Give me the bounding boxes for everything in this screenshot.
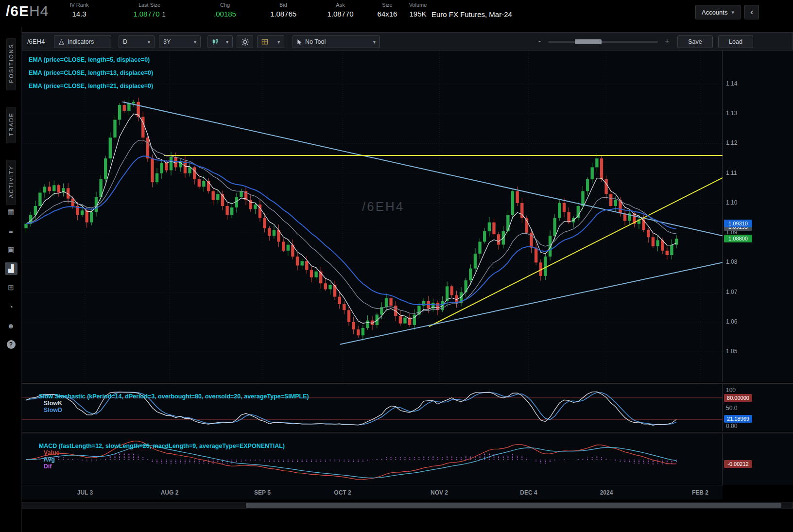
indicators-button[interactable]: Indicators	[54, 35, 111, 48]
price-tick: 1.06	[726, 318, 737, 325]
macd-badge: -0.00212	[724, 460, 752, 468]
quote-field-size: Size 64x16	[371, 2, 404, 18]
history-icon[interactable]: ◔	[5, 300, 17, 313]
ema13-study-label[interactable]: EMA (price=CLOSE, length=13, displace=0)	[29, 67, 153, 80]
time-axis-label: JUL 3	[70, 489, 100, 496]
quote-field-chg: Chg .00185	[203, 2, 247, 18]
macd-value-legend: Value	[44, 449, 60, 456]
price-badge: 1.08800	[724, 235, 752, 242]
grid-style-icon	[261, 38, 268, 45]
drawing-tool-dropdown[interactable]: No Tool ▾	[293, 35, 380, 48]
chevron-down-icon: ▾	[373, 39, 376, 45]
tv-icon[interactable]: ▣	[5, 243, 17, 256]
macd-study-label[interactable]: MACD (fastLength=12, slowLength=26, macd…	[29, 436, 285, 477]
time-axis-label: AUG 2	[155, 489, 184, 496]
slowd-legend: SlowD	[44, 407, 62, 413]
range-dropdown[interactable]: 3Y ▾	[159, 35, 201, 48]
scrollbar-thumb[interactable]	[246, 503, 781, 508]
macd-axis[interactable]: -0.00212	[723, 433, 793, 485]
quote-field-last-size: Last Size 1.087701	[114, 2, 185, 18]
chart-scrollbar[interactable]	[22, 502, 793, 509]
symbol-title: /6EH4	[6, 3, 49, 19]
stochastic-tick: 50.0	[726, 405, 737, 412]
stochastic-tick: 100	[726, 387, 736, 394]
study-labels: EMA (price=CLOSE, length=5, displace=0) …	[29, 53, 153, 93]
time-axis-label: FEB 2	[686, 489, 715, 496]
stochastic-badge: 21.18969	[724, 415, 752, 423]
dashboard-icon[interactable]: ⊞	[5, 281, 17, 294]
chart-settings-button[interactable]	[237, 35, 253, 48]
chart-style-dropdown[interactable]: ▾	[257, 35, 284, 48]
chart-area: /6EH4 Indicators D ▾ 3Y ▾ ▾ ▾ No Tool ▾	[22, 27, 793, 532]
stochastic-panel: Slow Stochastic (kPeriod=14, dPeriod=3, …	[22, 383, 793, 431]
chart-symbol-label: /6EH4	[27, 38, 45, 45]
quote-field-ask: Ask 1.08770	[320, 2, 361, 18]
save-button[interactable]: Save	[677, 35, 713, 48]
collapse-panel-button[interactable]: ‹	[744, 5, 759, 19]
time-axis-label: NOV 2	[425, 489, 454, 496]
ema5-study-label[interactable]: EMA (price=CLOSE, length=5, displace=0)	[29, 53, 153, 67]
price-tick: 1.11	[726, 170, 737, 176]
svg-text:/6EH4: /6EH4	[362, 199, 404, 214]
time-axis[interactable]: JUL 3AUG 2SEP 5OCT 2NOV 2DEC 42024FEB 2	[22, 485, 723, 499]
symbol-root: /6E	[6, 3, 29, 19]
price-tick: 1.13	[726, 110, 737, 117]
price-tick: 1.08	[726, 258, 737, 265]
zoom-slider[interactable]	[548, 41, 658, 43]
sidebar-tab-trade[interactable]: TRADE	[6, 107, 16, 143]
contract-description: Euro FX Futures, Mar-24	[431, 10, 512, 18]
stochastic-tick: 0.00	[726, 423, 737, 429]
stochastic-badge: 80.00000	[724, 394, 752, 402]
flask-icon	[58, 39, 65, 45]
cursor-icon	[297, 39, 302, 45]
price-badge: 1.09310	[724, 220, 752, 227]
price-tick: 1.10	[726, 199, 737, 206]
symbol-contract: H4	[29, 3, 49, 19]
price-tick: 1.07	[726, 289, 737, 295]
chevron-down-icon: ▾	[148, 39, 150, 45]
macd-avg-legend: Avg	[44, 456, 55, 463]
time-axis-label: SEP 5	[248, 489, 277, 496]
quote-header: /6EH4 IV Rank 14.3 Last Size 1.087701 Ch…	[0, 0, 793, 27]
price-tick: 1.05	[726, 348, 737, 355]
chart-type-dropdown[interactable]: ▾	[207, 35, 233, 48]
sidebar-tab-activity[interactable]: ACTIVITY	[6, 160, 16, 206]
help-icon[interactable]: ?	[5, 338, 17, 351]
ema21-study-label[interactable]: EMA (price=CLOSE, length=21, displace=0)	[29, 80, 153, 93]
price-tick: 1.12	[726, 139, 737, 146]
quote-field-volume: Volume 195K	[404, 2, 431, 18]
charts-icon[interactable]: ▟	[5, 262, 17, 275]
price-axis[interactable]: 1.141.131.121.111.101.091.081.071.061.05…	[723, 51, 793, 382]
chevron-down-icon: ▾	[731, 9, 734, 16]
stochastic-study-label[interactable]: Slow Stochastic (kPeriod=14, dPeriod=3, …	[29, 386, 309, 420]
price-tick: 1.14	[726, 80, 737, 87]
timeframe-dropdown[interactable]: D ▾	[119, 35, 155, 48]
watchlist-icon[interactable]: ≡	[5, 224, 17, 237]
quote-field-bid: Bid 1.08765	[261, 2, 305, 18]
zoom-in-button[interactable]: +	[665, 37, 669, 46]
community-icon[interactable]: ☻	[5, 319, 17, 332]
time-axis-label: OCT 2	[328, 489, 357, 496]
chevron-down-icon: ▾	[226, 39, 228, 45]
stochastic-axis[interactable]: 10050.00.0080.0000021.18969	[723, 384, 793, 431]
load-button[interactable]: Load	[718, 35, 753, 48]
chevron-left-icon: ‹	[750, 7, 753, 17]
zoom-slider-thumb[interactable]	[575, 39, 602, 44]
price-panel: /6EH4 EMA (price=CLOSE, length=5, displa…	[22, 51, 793, 382]
sidebar-tab-positions[interactable]: POSITIONS	[6, 38, 16, 90]
left-sidebar: POSITIONS TRADE ACTIVITY ▦ ≡ ▣ ▟ ⊞ ◔ ☻ ?	[0, 27, 22, 532]
gear-icon	[241, 38, 249, 46]
quote-field-iv-rank: IV Rank 14.3	[62, 2, 96, 18]
macd-dif-legend: Dif	[44, 463, 52, 470]
slowk-legend: SlowK	[44, 400, 62, 407]
zoom-out-button[interactable]: -	[538, 37, 541, 46]
chevron-down-icon: ▾	[277, 39, 280, 45]
chevron-down-icon: ▾	[194, 39, 196, 45]
time-axis-label: 2024	[592, 489, 621, 496]
candlestick-plot[interactable]: /6EH4	[22, 51, 723, 382]
time-axis-label: DEC 4	[514, 489, 543, 496]
candlestick-icon	[212, 38, 219, 45]
accounts-button[interactable]: Accounts ▾	[695, 5, 741, 19]
quote-board-icon[interactable]: ▦	[5, 206, 17, 218]
macd-panel: MACD (fastLength=12, slowLength=26, macd…	[22, 432, 793, 485]
